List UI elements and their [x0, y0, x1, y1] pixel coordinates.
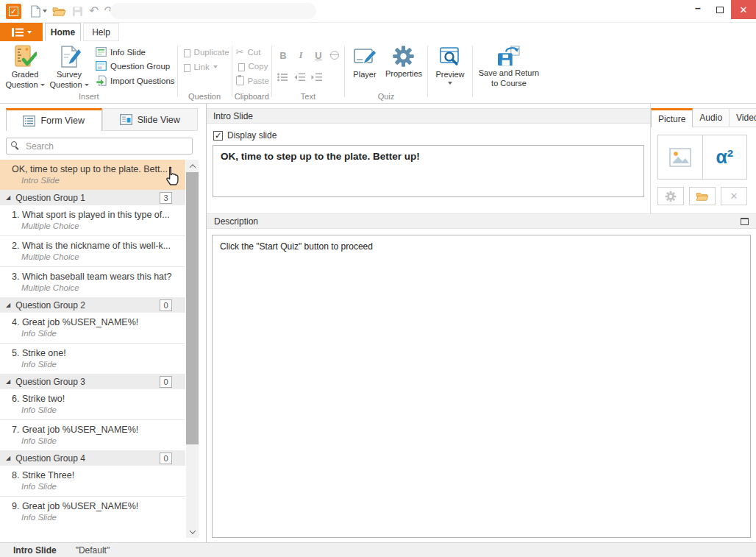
close-button[interactable]: ✕: [731, 0, 756, 19]
duplicate-button[interactable]: Duplicate: [182, 47, 229, 57]
question-item[interactable]: 7. Great job %USER_NAME%!Info Slide: [0, 419, 185, 450]
paste-button[interactable]: Paste: [236, 76, 269, 85]
new-document-icon: [30, 5, 41, 18]
display-slide-checkbox[interactable]: ✓: [213, 131, 223, 141]
question-item[interactable]: 2. What is the nickname of this well-k..…: [0, 235, 185, 266]
collapse-triangle-icon[interactable]: ◢: [6, 195, 10, 201]
cut-button[interactable]: ✂ Cut: [236, 47, 269, 57]
item-title: 2. What is the nickname of this well-k..…: [12, 241, 182, 251]
equation-icon: α²: [716, 148, 733, 166]
info-slide-button[interactable]: Info Slide: [96, 47, 175, 57]
tab-help[interactable]: Help: [83, 23, 119, 41]
question-item[interactable]: 1. What sport is played in this type of.…: [0, 205, 185, 235]
undo-button[interactable]: ↶: [89, 5, 99, 17]
item-type-label: Multiple Choice: [21, 283, 182, 292]
cut-icon: ✂: [236, 47, 244, 57]
equation-button[interactable]: α²: [702, 135, 747, 179]
question-group-header[interactable]: ◢Question Group 13: [0, 190, 185, 205]
description-text-input[interactable]: Click the "Start Quiz" button to proceed: [212, 235, 751, 538]
intro-slide-text-input[interactable]: OK, time to step up to the plate. Better…: [213, 145, 644, 197]
question-group-header[interactable]: ◢Question Group 40: [0, 450, 185, 466]
description-header: Description: [207, 213, 756, 229]
collapse-triangle-icon[interactable]: ◢: [6, 455, 10, 461]
save-and-return-button[interactable]: Save and Return to Course: [475, 43, 543, 91]
close-icon: ✕: [740, 4, 748, 15]
remove-picture-button[interactable]: ✕: [721, 187, 747, 205]
question-group-header[interactable]: ◢Question Group 30: [0, 374, 185, 389]
save-button[interactable]: [71, 5, 84, 18]
scrollbar-track[interactable]: [186, 172, 199, 525]
preview-button[interactable]: Preview: [430, 43, 470, 86]
question-item[interactable]: 3. Which baseball team wears this hat?Mu…: [0, 266, 185, 297]
link-button[interactable]: Link: [182, 62, 229, 72]
tab-audio[interactable]: Audio: [693, 108, 730, 127]
group-label-preview: [430, 101, 470, 103]
maximize-button[interactable]: [709, 0, 731, 19]
italic-button[interactable]: I: [295, 49, 307, 61]
intro-slide-item[interactable]: OK, time to step up to the plate. Bett..…: [0, 160, 185, 190]
properties-button[interactable]: Properties: [382, 43, 425, 81]
question-group-header[interactable]: ◢Question Group 20: [0, 297, 185, 313]
collapse-triangle-icon[interactable]: ◢: [6, 379, 10, 385]
question-item[interactable]: 6. Strike two!Info Slide: [0, 389, 185, 419]
tab-home[interactable]: Home: [45, 23, 81, 41]
browse-picture-button[interactable]: [689, 187, 716, 205]
player-button[interactable]: Player: [347, 43, 382, 82]
group-label-text: Text: [274, 92, 342, 103]
increase-indent-button[interactable]: [311, 73, 322, 82]
tab-form-view[interactable]: Form View: [6, 108, 102, 131]
main-area: Intro Slide ✓ Display slide OK, time to …: [207, 104, 756, 542]
question-item[interactable]: 4. Great job %USER_NAME%!Info Slide: [0, 313, 185, 343]
question-item[interactable]: 8. Strike Three!Info Slide: [0, 466, 185, 496]
link-icon: [184, 64, 190, 72]
group-count-badge: 0: [160, 453, 172, 464]
decrease-indent-button[interactable]: [294, 73, 305, 82]
picture-placeholder-button[interactable]: [658, 135, 702, 179]
quizmaker-window: ✓ ↶ ↷ – ✕: [0, 0, 756, 557]
save-icon: [71, 5, 84, 18]
player-icon: [353, 45, 377, 68]
content-area: Form View Slide View OK, time to step up…: [0, 104, 756, 542]
app-menu-button[interactable]: [0, 23, 43, 41]
expand-icon[interactable]: [741, 218, 749, 225]
question-item[interactable]: 5. Strike one!Info Slide: [0, 343, 185, 374]
ribbon-separator: [427, 46, 428, 97]
scroll-down-button[interactable]: [186, 525, 199, 538]
question-item[interactable]: 9. Great job %USER_NAME%!Info Slide: [0, 496, 185, 527]
ribbon-group-question: Duplicate Link Question: [180, 41, 229, 103]
hyperlink-button[interactable]: [330, 51, 339, 60]
info-slide-icon: [96, 47, 107, 57]
copy-button[interactable]: Copy: [236, 61, 269, 71]
tab-picture[interactable]: Picture: [651, 108, 693, 127]
bullet-list-button[interactable]: [277, 73, 288, 82]
question-group-button[interactable]: Question Group: [96, 61, 175, 71]
open-button[interactable]: [52, 6, 66, 17]
minimize-button[interactable]: –: [687, 0, 709, 19]
list-scrollbar[interactable]: [186, 160, 199, 538]
scrollbar-thumb[interactable]: [186, 172, 199, 444]
collapse-triangle-icon[interactable]: ◢: [6, 302, 10, 308]
scroll-up-button[interactable]: [186, 160, 199, 172]
tab-video[interactable]: Video: [730, 108, 756, 127]
import-questions-button[interactable]: Import Questions: [96, 75, 175, 86]
tab-slide-view[interactable]: Slide View: [102, 108, 199, 131]
item-title: 6. Strike two!: [12, 394, 182, 404]
survey-question-button[interactable]: Survey Question: [47, 43, 91, 92]
ribbon-group-insert: Graded Question Survey Question: [3, 41, 175, 103]
group-title: Question Group 4: [15, 453, 154, 464]
ribbon: Graded Question Survey Question: [0, 41, 756, 104]
group-title: Question Group 2: [15, 300, 154, 311]
item-title: 8. Strike Three!: [12, 470, 182, 480]
paste-icon: [236, 76, 244, 85]
title-bar: ✓ ↶ ↷ – ✕: [0, 0, 756, 22]
group-title: Question Group 3: [15, 377, 154, 387]
item-title: 9. Great job %USER_NAME%!: [12, 501, 182, 511]
picture-settings-button[interactable]: [657, 187, 684, 205]
search-input[interactable]: [6, 138, 193, 155]
new-document-button[interactable]: [30, 5, 47, 18]
bold-button[interactable]: B: [277, 50, 289, 61]
item-title: 4. Great job %USER_NAME%!: [12, 317, 182, 327]
underline-button[interactable]: U: [313, 50, 324, 61]
group-count-badge: 0: [160, 376, 172, 388]
graded-question-button[interactable]: Graded Question: [3, 43, 47, 92]
